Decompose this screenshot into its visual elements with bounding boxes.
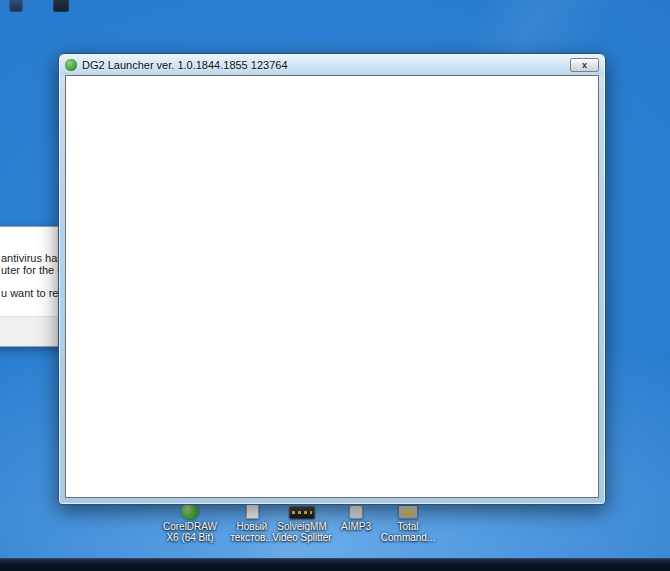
text-document-icon — [246, 503, 259, 519]
window-titlebar[interactable]: DG2 Launcher ver. 1.0.1844.1855 123764 x — [60, 55, 604, 75]
launcher-window: DG2 Launcher ver. 1.0.1844.1855 123764 x — [58, 53, 606, 505]
taskbar[interactable] — [0, 558, 670, 571]
app-icon[interactable] — [65, 59, 77, 71]
close-button[interactable]: x — [570, 58, 599, 72]
desktop-icon-coreldraw[interactable]: CorelDRAW X6 (64 Bit) — [159, 503, 221, 543]
icon-label: CorelDRAW X6 (64 Bit) — [159, 521, 221, 543]
coreldraw-icon — [181, 503, 199, 519]
window-client-area — [65, 75, 599, 498]
icon-label: Total Command... — [377, 521, 439, 543]
desktop-icon-partial-2[interactable] — [53, 0, 69, 12]
desktop: { "launcher_window": { "title": "DG2 Lau… — [0, 0, 670, 571]
icon-label: SolveigMM Video Splitter — [271, 521, 333, 543]
desktop-icon-total-commander[interactable]: Total Command... — [377, 503, 439, 543]
filmstrip-icon — [289, 506, 315, 519]
desktop-icon-solveigmm[interactable]: SolveigMM Video Splitter — [271, 503, 333, 543]
desktop-icon-partial-1[interactable] — [9, 0, 23, 12]
total-commander-icon — [398, 505, 418, 519]
aimp3-icon — [349, 505, 363, 519]
window-title: DG2 Launcher ver. 1.0.1844.1855 123764 — [82, 59, 288, 71]
